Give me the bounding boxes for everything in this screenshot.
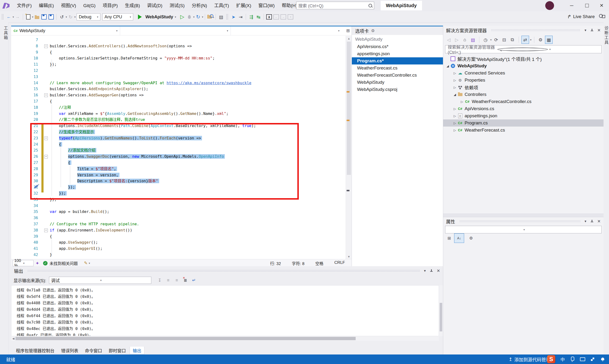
code-line[interactable]: 42}: [11, 252, 346, 258]
gear-icon[interactable]: ⚙: [371, 28, 375, 33]
previous-bookmark-icon[interactable]: ←: [273, 14, 279, 20]
code-line[interactable]: 40 app.UseSwagger();: [11, 239, 346, 246]
alphabetical-sort-icon[interactable]: A↓: [454, 234, 464, 243]
fold-margin[interactable]: [38, 98, 50, 104]
menu-item[interactable]: 文件(F): [13, 0, 35, 11]
tree-collapse-arrow[interactable]: ◢: [452, 93, 457, 96]
fold-margin[interactable]: [38, 246, 50, 252]
ime-indicator[interactable]: 中: [560, 357, 565, 362]
fold-margin[interactable]: [38, 67, 50, 74]
menu-item[interactable]: 工具(T): [210, 0, 233, 11]
tree-expand-arrow[interactable]: ▷: [452, 114, 457, 118]
tab-item[interactable]: WeatherForecast.cs: [352, 65, 443, 72]
code-line[interactable]: 13: [11, 74, 346, 80]
code-line[interactable]: 35var app = builder.Build();: [11, 209, 346, 215]
fold-margin[interactable]: [38, 104, 50, 111]
diagnostics-rail-tab[interactable]: 诊断工具: [604, 23, 609, 358]
tab-item[interactable]: Program.cs*: [352, 57, 443, 65]
navigate-back-icon[interactable]: ←: [5, 13, 12, 21]
tree-item[interactable]: ◢Controllers: [443, 91, 604, 98]
fold-margin[interactable]: [38, 55, 50, 61]
fold-margin[interactable]: −: [38, 92, 50, 98]
tree-expand-arrow[interactable]: ▷: [452, 107, 457, 111]
tree-expand-arrow[interactable]: ▷: [452, 86, 457, 89]
clear-all-icon[interactable]: ≣: [182, 277, 189, 284]
save-icon[interactable]: [41, 13, 47, 21]
grid-icon[interactable]: [590, 357, 595, 362]
tab-item[interactable]: appsettings.json: [352, 50, 443, 57]
show-all-files-icon[interactable]: ▦: [545, 36, 553, 44]
toggle-bookmark-icon[interactable]: ▮: [266, 14, 272, 20]
solution-explorer-search[interactable]: 搜索解决方案资源管理器(Ctrl+;) ▾: [445, 45, 602, 53]
fold-margin[interactable]: [38, 252, 50, 258]
pending-changes-filter-icon[interactable]: ◷: [482, 36, 489, 43]
tree-item[interactable]: ▷⚙Properties: [443, 77, 604, 84]
window-layout-icon[interactable]: ▤: [218, 13, 224, 21]
fold-toggle-icon[interactable]: −: [44, 93, 48, 97]
code-line[interactable]: 19 var xmlFileName = $"{Assembly.GetExec…: [11, 111, 346, 117]
fold-margin[interactable]: [38, 80, 50, 86]
status-space-mode[interactable]: 空格: [315, 260, 324, 266]
quick-search-box[interactable]: 搜索 (Ctrl+Q): [296, 2, 374, 9]
pin-icon[interactable]: [590, 28, 594, 32]
menu-item[interactable]: Git(G): [80, 0, 99, 11]
solution-platform-dropdown[interactable]: Any CPU▾: [102, 13, 133, 20]
status-char-number[interactable]: 字符: 8: [292, 260, 305, 266]
collapse-all-icon[interactable]: ⊟: [501, 36, 508, 43]
zoom-level-dropdown[interactable]: 100 %▾: [13, 260, 34, 266]
output-panel-header[interactable]: 输出 ▾ ✕: [11, 266, 443, 275]
forward-icon[interactable]: ▷: [453, 36, 460, 43]
fold-margin[interactable]: −: [38, 227, 50, 234]
tree-item[interactable]: 解决方案"WebApiStudy"(1 个项目/共 1 个): [443, 55, 604, 62]
menu-item[interactable]: 分析(N): [188, 0, 210, 11]
minimize-button[interactable]: ─: [564, 0, 579, 11]
window-position-icon[interactable]: ▾: [584, 28, 586, 32]
intellicode-icon[interactable]: ✦: [36, 260, 39, 266]
tree-collapse-arrow[interactable]: ◢: [445, 64, 450, 68]
notifications-bell-icon[interactable]: [600, 357, 605, 362]
code-line[interactable]: 14// Learn more about configuring Swagge…: [11, 80, 346, 86]
tab-item[interactable]: ApiVersions.cs*: [352, 43, 443, 50]
solution-configuration-dropdown[interactable]: Debug▾: [77, 13, 100, 20]
maximize-button[interactable]: [580, 0, 594, 11]
code-line[interactable]: 20 //第二个参数为是否显示控制器注释，我选择true: [11, 117, 346, 123]
word-wrap-icon[interactable]: ↵: [190, 277, 197, 284]
split-window-icon[interactable]: ⊞: [344, 27, 352, 34]
property-pages-icon[interactable]: ⚙: [467, 234, 475, 242]
tab-item[interactable]: WebApiStudy: [352, 79, 443, 86]
code-line[interactable]: 18 //注释: [11, 104, 346, 111]
code-line[interactable]: 7: [11, 37, 346, 43]
code-line[interactable]: 16−builder.Services.AddSwaggerGen(option…: [11, 92, 346, 98]
fold-margin[interactable]: [38, 203, 50, 209]
code-line[interactable]: 34: [11, 203, 346, 209]
tree-item[interactable]: ▷C#WeatherForecast.cs: [443, 127, 604, 134]
tree-item[interactable]: ▷依赖项: [443, 84, 604, 91]
tree-item[interactable]: ▷C#ApiVersions.cs: [443, 105, 604, 112]
editor-scrollbar[interactable]: ▲ ▼: [346, 36, 352, 259]
menu-item[interactable]: 扩展(X): [233, 0, 255, 11]
fold-margin[interactable]: [38, 117, 50, 123]
tab-item[interactable]: WeatherForecastController.cs: [352, 72, 443, 79]
new-project-icon[interactable]: [25, 13, 32, 21]
close-icon[interactable]: ✕: [437, 268, 440, 273]
properties-object-dropdown[interactable]: ▾: [445, 226, 602, 234]
status-line-number[interactable]: 行: 32: [270, 260, 281, 266]
code-line[interactable]: 10 options.SerializerSettings.DateFormat…: [11, 55, 346, 61]
fold-margin[interactable]: [38, 239, 50, 246]
fold-margin[interactable]: [38, 61, 50, 67]
menu-item[interactable]: 测试(S): [166, 0, 188, 11]
code-line[interactable]: 9{: [11, 49, 346, 55]
redo-icon[interactable]: ↻: [67, 13, 74, 21]
keyboard-icon[interactable]: [580, 357, 585, 362]
restart-app-icon[interactable]: ↻: [195, 13, 202, 21]
tree-expand-arrow[interactable]: ▷: [452, 71, 457, 75]
undo-icon[interactable]: ↺: [59, 13, 65, 21]
fold-margin[interactable]: [38, 49, 50, 55]
prev-message-icon[interactable]: ≡: [165, 277, 172, 284]
menu-item[interactable]: 视图(V): [58, 0, 80, 11]
code-line[interactable]: 37// Configure the HTTP request pipeline…: [11, 221, 346, 227]
preview-selected-icon[interactable]: ⧉: [509, 36, 516, 43]
fold-margin[interactable]: [38, 74, 50, 80]
tree-expand-arrow[interactable]: ▷: [459, 100, 465, 104]
next-bookmark-icon[interactable]: →: [281, 14, 286, 20]
